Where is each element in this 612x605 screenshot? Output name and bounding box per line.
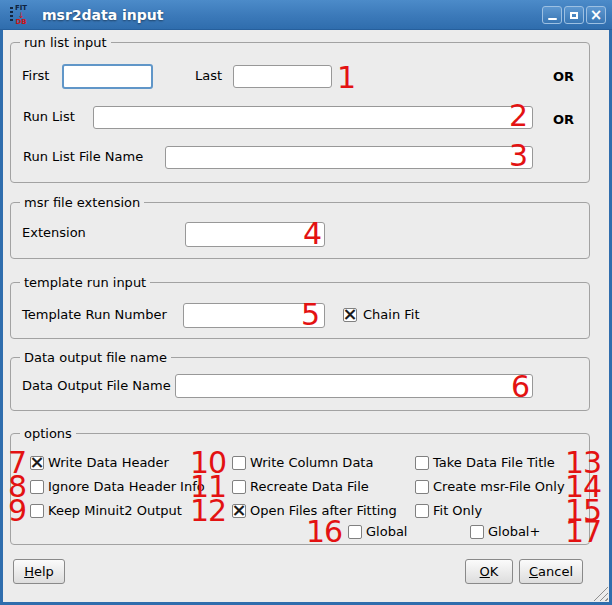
run-list-input[interactable] (93, 106, 533, 129)
group-title-run-list-input: run list input (20, 34, 111, 51)
last-label: Last (195, 68, 222, 84)
annotation-6: 6 (511, 371, 529, 402)
write-column-data-label: Write Column Data (250, 455, 373, 471)
annotation-12: 12 (190, 495, 226, 526)
annotation-16: 16 (306, 516, 342, 547)
annotation-3: 3 (509, 140, 527, 171)
group-title-data-output-file-name: Data output file name (20, 349, 171, 366)
maximize-icon (570, 12, 578, 19)
help-button-mnemonic: H (24, 564, 34, 579)
ok-button-rest: K (490, 564, 499, 579)
write-data-header-checkbox[interactable] (30, 456, 44, 470)
annotation-9: 9 (8, 495, 26, 526)
fit-only-label: Fit Only (433, 503, 482, 519)
or-label-2: OR (553, 112, 574, 128)
minimize-icon (548, 18, 557, 20)
title-bar[interactable]: FIT ↓ DB msr2data input × (0, 0, 612, 30)
global-plus-label: Global+ (488, 524, 540, 540)
cancel-button[interactable]: Cancel (519, 559, 583, 584)
group-title-msr-file-extension: msr file extension (20, 194, 144, 211)
window-controls: × (542, 6, 606, 24)
close-button[interactable]: × (586, 6, 606, 24)
app-icon: FIT ↓ DB (9, 4, 33, 26)
run-list-label: Run List (23, 109, 75, 125)
keep-minuit2-output-checkbox[interactable] (30, 504, 44, 518)
annotation-1: 1 (337, 62, 355, 93)
recreate-data-file-label: Recreate Data File (250, 479, 369, 495)
close-icon: × (590, 8, 603, 22)
recreate-data-file-checkbox[interactable] (232, 480, 246, 494)
annotation-5: 5 (301, 299, 319, 330)
run-list-file-name-input[interactable] (165, 146, 533, 169)
take-data-file-title-label: Take Data File Title (433, 455, 555, 471)
ok-button-mnemonic: O (480, 564, 490, 579)
template-run-number-label: Template Run Number (22, 307, 167, 323)
data-output-file-name-label: Data Output File Name (22, 378, 171, 394)
keep-minuit2-output-label: Keep Minuit2 Output (48, 503, 182, 519)
group-title-template-run-input: template run input (20, 274, 150, 291)
open-files-after-fitting-checkbox[interactable] (232, 504, 246, 518)
global-plus-checkbox[interactable] (470, 525, 484, 539)
write-data-header-label: Write Data Header (48, 455, 169, 471)
chain-fit-checkbox[interactable] (343, 308, 357, 322)
data-output-file-name-input[interactable] (175, 374, 533, 398)
msr2data-dialog: FIT ↓ DB msr2data input × run list input… (0, 0, 612, 605)
create-msr-file-only-checkbox[interactable] (415, 480, 429, 494)
global-label: Global (366, 524, 407, 540)
cancel-button-mnemonic: C (529, 564, 538, 579)
ok-button[interactable]: OK (465, 559, 513, 584)
extension-label: Extension (22, 225, 86, 241)
group-title-options: options (20, 425, 76, 442)
help-button-rest: elp (34, 564, 54, 579)
app-icon-db-text: DB (15, 19, 26, 26)
window-title: msr2data input (42, 0, 164, 30)
annotation-17: 17 (565, 516, 601, 547)
ignore-data-header-info-label: Ignore Data Header Info (48, 479, 205, 495)
fit-only-checkbox[interactable] (415, 504, 429, 518)
create-msr-file-only-label: Create msr-File Only (433, 479, 565, 495)
take-data-file-title-checkbox[interactable] (415, 456, 429, 470)
maximize-button[interactable] (564, 6, 584, 24)
annotation-2: 2 (509, 100, 527, 131)
help-button[interactable]: Help (13, 559, 65, 584)
run-list-file-name-label: Run List File Name (23, 149, 143, 165)
last-input[interactable] (233, 65, 332, 88)
minimize-button[interactable] (542, 6, 562, 24)
write-column-data-checkbox[interactable] (232, 456, 246, 470)
annotation-4: 4 (303, 218, 321, 249)
or-label-1: OR (553, 69, 574, 85)
first-input[interactable] (62, 64, 153, 89)
first-label: First (22, 68, 49, 84)
cancel-button-rest: ancel (538, 564, 573, 579)
ignore-data-header-info-checkbox[interactable] (30, 480, 44, 494)
global-checkbox[interactable] (348, 525, 362, 539)
chain-fit-label: Chain Fit (363, 307, 420, 323)
